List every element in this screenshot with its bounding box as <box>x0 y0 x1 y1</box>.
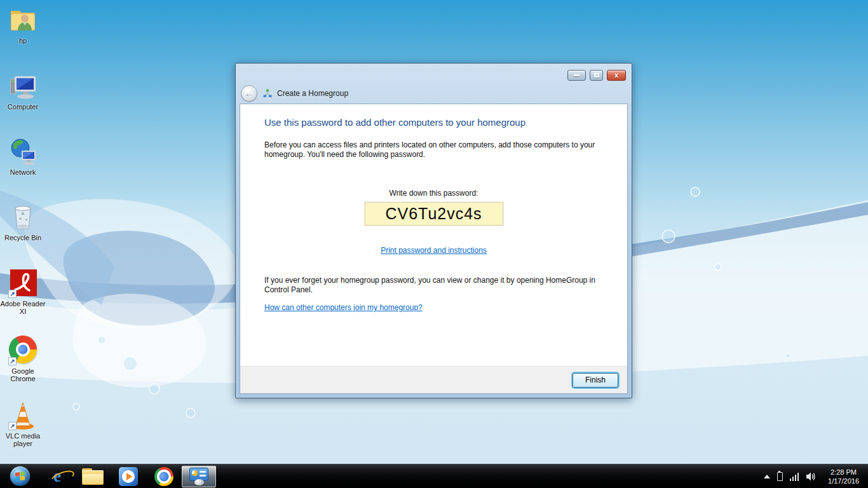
maximize-button[interactable] <box>590 70 603 81</box>
homegroup-window-icon <box>189 468 208 485</box>
desktop-icon-label: Google Chrome <box>0 367 46 383</box>
speaker-icon <box>806 471 817 482</box>
show-hidden-icons-button[interactable] <box>764 475 770 478</box>
window-title: Create a Homegroup <box>262 88 348 98</box>
signal-bars-icon <box>790 472 799 481</box>
computer-icon <box>8 71 38 102</box>
user-folder-icon <box>8 5 38 36</box>
tray-date: 1/17/2016 <box>828 477 859 485</box>
help-link-wrap: How can other computers join my homegrou… <box>264 301 423 313</box>
system-tray: 2:28 PM 1/17/2016 <box>764 464 868 488</box>
desktop-icon-computer[interactable]: Computer <box>0 71 46 111</box>
desktop-icon-adobe-reader[interactable]: ↗ Adobe Reader XI <box>0 268 46 315</box>
wizard-content: Use this password to add other computers… <box>240 104 627 367</box>
internet-explorer-icon: e <box>53 466 61 486</box>
desktop-icon-vlc[interactable]: ↗ VLC media player <box>0 400 46 447</box>
wizard-client-area: Use this password to add other computers… <box>240 104 628 394</box>
media-player-icon <box>119 467 138 486</box>
windows-logo-icon <box>10 466 30 486</box>
clock[interactable]: 2:28 PM 1/17/2016 <box>824 468 863 485</box>
taskbar-item-windows-explorer[interactable] <box>75 464 111 488</box>
wizard-footer: Finish <box>240 366 627 393</box>
taskbar-item-media-player[interactable] <box>111 464 146 488</box>
back-button[interactable]: ← <box>241 85 257 102</box>
folder-icon <box>82 468 104 485</box>
battery-tray-button[interactable] <box>777 472 783 481</box>
how-to-join-link[interactable]: How can other computers join my homegrou… <box>264 303 423 312</box>
desktop-icon-label: VLC media player <box>0 432 46 447</box>
desktop-icon-recycle-bin[interactable]: Recycle Bin <box>0 202 46 241</box>
homegroup-wizard-window: x ← Create a Homegroup Use this password… <box>235 63 632 398</box>
homegroup-icon <box>262 88 273 98</box>
desktop-icon-google-chrome[interactable]: ↗ Google Chrome <box>0 334 46 383</box>
taskbar-item-google-chrome[interactable] <box>146 464 182 488</box>
taskbar-item-homegroup-wizard-active[interactable] <box>182 466 216 487</box>
desktop-icon-label: hp <box>0 37 46 44</box>
chrome-icon <box>151 463 177 488</box>
navigation-bar: ← Create a Homegroup <box>236 83 632 104</box>
desktop-icon-label: Adobe Reader XI <box>0 300 46 315</box>
chrome-icon: ↗ <box>8 336 38 366</box>
intro-text: Before you can access files and printers… <box>264 140 598 159</box>
adobe-reader-icon: ↗ <box>8 268 38 299</box>
battery-icon <box>777 472 783 481</box>
finish-button[interactable]: Finish <box>573 373 618 388</box>
taskbar-buttons: e <box>0 464 216 488</box>
shortcut-arrow-icon: ↗ <box>8 290 17 298</box>
password-label: Write down this password: <box>240 189 627 198</box>
volume-tray-button[interactable] <box>806 471 817 482</box>
homegroup-password: CV6Tu2vc4s <box>365 202 503 226</box>
desktop-icon-network[interactable]: Network <box>0 137 46 176</box>
desktop: hp Computer <box>0 0 868 488</box>
shortcut-arrow-icon: ↗ <box>8 422 17 430</box>
close-button[interactable]: x <box>607 70 626 81</box>
start-button[interactable] <box>0 464 39 488</box>
network-icon <box>8 137 38 167</box>
taskbar-item-internet-explorer[interactable]: e <box>39 464 75 488</box>
up-arrow-icon <box>764 475 770 478</box>
page-title: Use this password to add other computers… <box>264 117 526 128</box>
taskbar: e <box>0 464 868 488</box>
forget-password-text: If you ever forget your homegroup passwo… <box>264 276 601 295</box>
minimize-button[interactable] <box>567 70 586 81</box>
title-bar[interactable]: x <box>236 64 632 83</box>
desktop-icon-label: Recycle Bin <box>0 234 46 241</box>
desktop-icon-hp[interactable]: hp <box>0 5 46 44</box>
print-password-link[interactable]: Print password and instructions <box>381 246 487 255</box>
desktop-icon-label: Computer <box>0 103 46 111</box>
tray-time: 2:28 PM <box>828 468 859 477</box>
desktop-icon-label: Network <box>0 168 46 176</box>
vlc-icon: ↗ <box>8 400 38 431</box>
recycle-bin-icon <box>8 202 38 233</box>
network-tray-button[interactable] <box>790 472 799 481</box>
print-link-wrap: Print password and instructions <box>240 244 627 255</box>
shortcut-arrow-icon: ↗ <box>8 357 17 365</box>
